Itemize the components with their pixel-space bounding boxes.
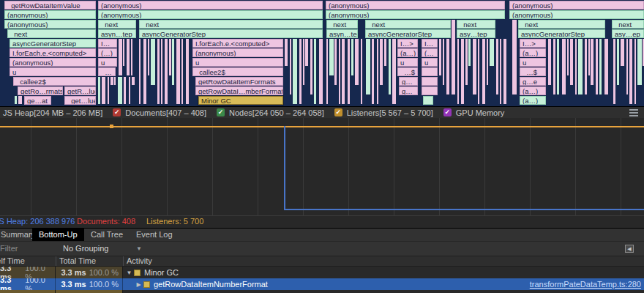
flame-frame[interactable]: _getRowDataItemValue bbox=[4, 1, 96, 10]
flame-frame[interactable]: u bbox=[422, 58, 438, 67]
flame-sliver[interactable] bbox=[617, 39, 619, 85]
flame-sliver[interactable] bbox=[468, 39, 471, 66]
flame-frame[interactable]: (anonymous) bbox=[10, 58, 96, 67]
flame-frame[interactable]: asyncGeneratorStep bbox=[139, 29, 323, 38]
source-location-link[interactable]: transformPateDataTemp.ts:280 bbox=[530, 280, 641, 289]
flame-sliver[interactable] bbox=[457, 39, 459, 104]
flame-frame[interactable]: _next bbox=[326, 20, 358, 29]
flame-sliver[interactable] bbox=[186, 39, 189, 104]
flame-frame[interactable]: _next bbox=[612, 20, 644, 29]
flame-frame[interactable]: _…$ bbox=[520, 67, 546, 76]
flame-frame[interactable]: asyncGeneratorStep bbox=[365, 29, 451, 38]
flame-frame[interactable]: (anonymous) bbox=[98, 1, 323, 10]
flame-frame[interactable]: _next bbox=[365, 20, 451, 29]
flame-sliver[interactable] bbox=[578, 39, 583, 94]
flame-sliver[interactable] bbox=[490, 39, 494, 66]
flame-sliver[interactable] bbox=[629, 39, 632, 104]
flame-sliver[interactable] bbox=[127, 39, 130, 75]
flame-frame[interactable]: g… bbox=[399, 77, 418, 86]
flame-frame[interactable]: ge…at bbox=[24, 96, 51, 105]
table-row[interactable]: 3.3 ms100.0 %3.3 ms100.0 %▶getRowDataIte… bbox=[0, 278, 644, 290]
flame-sliver[interactable] bbox=[596, 39, 598, 94]
flame-frame[interactable]: asyn…tep bbox=[98, 29, 136, 38]
flame-sliver[interactable] bbox=[355, 39, 359, 85]
flame-frame[interactable]: (a…) bbox=[520, 86, 546, 95]
flame-frame[interactable]: _next bbox=[139, 20, 323, 29]
flame-frame[interactable]: _next bbox=[518, 20, 605, 29]
toggle-sidebar-icon[interactable]: ◀ bbox=[625, 245, 634, 253]
flame-frame[interactable]: I…> bbox=[520, 39, 546, 48]
flame-sliver[interactable] bbox=[348, 39, 350, 104]
flame-sliver[interactable] bbox=[591, 39, 594, 85]
grouping-select[interactable]: No Grouping ▼ bbox=[63, 244, 142, 254]
flame-frame[interactable]: u bbox=[98, 58, 117, 67]
flame-sliver[interactable] bbox=[392, 39, 396, 104]
flame-sliver[interactable] bbox=[18, 96, 22, 104]
flame-sliver[interactable] bbox=[176, 39, 180, 104]
flame-frame[interactable]: u bbox=[10, 67, 96, 76]
flame-sliver[interactable] bbox=[161, 39, 162, 104]
flame-sliver[interactable] bbox=[172, 39, 174, 85]
flame-sliver[interactable] bbox=[548, 39, 551, 85]
flame-frame[interactable]: I.forEach.e.<computed> bbox=[192, 39, 283, 48]
flame-sliver[interactable] bbox=[588, 39, 590, 75]
flame-sliver[interactable] bbox=[634, 39, 636, 104]
counter-legend-item[interactable]: ✓Documents[407 – 408] bbox=[113, 108, 206, 117]
flame-sliver[interactable] bbox=[567, 39, 569, 75]
flame-frame[interactable]: Minor GC bbox=[198, 96, 283, 105]
flame-sliver[interactable] bbox=[181, 39, 183, 104]
flame-chart[interactable]: _getRowDataItemValue(anonymous)(anonymou… bbox=[0, 0, 644, 106]
flame-sliver[interactable] bbox=[293, 39, 297, 104]
flame-frame[interactable]: (anonymous) bbox=[326, 10, 505, 19]
flame-frame[interactable]: (a…) bbox=[520, 96, 546, 105]
flame-sliver[interactable] bbox=[351, 39, 353, 75]
flame-sliver[interactable] bbox=[148, 39, 149, 75]
flame-frame[interactable]: u bbox=[397, 58, 418, 67]
flame-frame[interactable]: asyncGeneratorStep bbox=[518, 29, 605, 38]
flame-sliver[interactable] bbox=[98, 77, 100, 104]
counter-checkbox-icon[interactable]: ✓ bbox=[217, 108, 225, 116]
flame-sliver[interactable] bbox=[465, 39, 468, 85]
tab-event-log[interactable]: Event Log bbox=[130, 229, 179, 241]
flame-sliver[interactable] bbox=[570, 39, 573, 85]
flame-sliver[interactable] bbox=[111, 77, 113, 85]
flame-frame[interactable]: (…) bbox=[98, 48, 117, 57]
flame-frame[interactable] bbox=[422, 86, 438, 95]
flame-frame[interactable]: _next bbox=[98, 20, 136, 29]
flame-frame[interactable]: (anonymous) bbox=[509, 1, 644, 10]
flame-sliver[interactable] bbox=[553, 39, 555, 94]
flame-sliver[interactable] bbox=[599, 39, 602, 94]
flame-sliver[interactable] bbox=[326, 39, 328, 104]
flame-sliver[interactable] bbox=[169, 39, 171, 75]
flame-sliver[interactable] bbox=[626, 39, 628, 94]
flame-frame[interactable]: _… bbox=[98, 67, 116, 76]
flame-sliver[interactable] bbox=[119, 39, 122, 75]
flame-sliver[interactable] bbox=[290, 39, 291, 94]
table-row[interactable]: 3.3 ms100.0 %3.3 ms100.0 %▼Minor GC bbox=[0, 267, 644, 278]
flame-frame[interactable] bbox=[452, 20, 455, 94]
flame-sliver[interactable] bbox=[487, 39, 488, 85]
flame-sliver[interactable] bbox=[473, 39, 476, 94]
flame-sliver[interactable] bbox=[461, 39, 464, 104]
flame-sliver[interactable] bbox=[389, 39, 391, 94]
flame-frame[interactable]: I.forEach.e.<computed> bbox=[10, 48, 96, 57]
flame-frame[interactable]: getRowDataItemFormats bbox=[195, 77, 283, 86]
column-divider[interactable] bbox=[123, 256, 124, 266]
flame-frame[interactable]: asy…tep bbox=[457, 29, 495, 38]
flame-sliver[interactable] bbox=[143, 39, 146, 104]
flame-frame[interactable]: asy…ep bbox=[612, 29, 644, 38]
flame-frame[interactable]: (… bbox=[422, 48, 438, 57]
flame-sliver[interactable] bbox=[118, 77, 122, 104]
flame-frame[interactable]: asyn…tep bbox=[326, 29, 358, 38]
flame-sliver[interactable] bbox=[380, 39, 383, 85]
tab-bottom-up[interactable]: Bottom-Up bbox=[32, 229, 84, 241]
collapse-icon[interactable]: ▼ bbox=[125, 270, 133, 276]
flame-frame[interactable]: _next bbox=[7, 29, 96, 38]
flame-sliver[interactable] bbox=[384, 39, 386, 66]
column-header-total-time[interactable]: Total Time bbox=[59, 256, 122, 266]
flame-sliver[interactable] bbox=[15, 96, 17, 104]
counter-legend-item[interactable]: ✓GPU Memory bbox=[443, 108, 505, 117]
flame-frame[interactable]: _callee2$ bbox=[192, 67, 283, 76]
flame-sliver[interactable] bbox=[132, 77, 135, 85]
flame-frame[interactable]: (anonymous) bbox=[192, 48, 283, 57]
